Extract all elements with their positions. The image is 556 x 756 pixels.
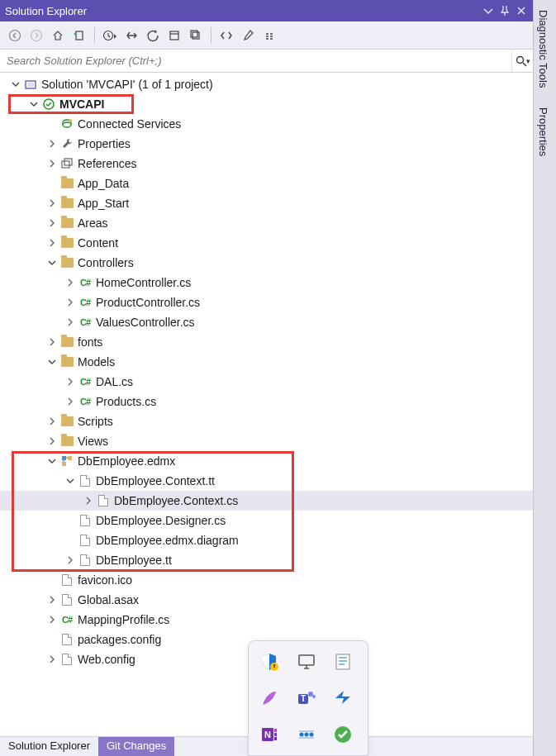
tree-item-label: DbEmployee.Context.cs: [114, 494, 238, 507]
taskbar-shield-icon[interactable]: [257, 649, 282, 674]
tree-item[interactable]: Areas: [0, 213, 533, 233]
collapse-button[interactable]: [164, 26, 184, 45]
tree-item[interactable]: App_Data: [0, 174, 533, 193]
close-icon[interactable]: [515, 4, 528, 17]
tree-item[interactable]: Properties: [0, 134, 533, 154]
tree-item[interactable]: DbEmployee.Context.cs: [0, 491, 533, 511]
tree-item[interactable]: Content: [0, 233, 533, 253]
svg-rect-17: [62, 462, 66, 466]
taskbar-onenote-icon[interactable]: N: [257, 722, 282, 747]
svg-rect-9: [27, 83, 34, 87]
tree-item[interactable]: fonts: [0, 332, 533, 352]
svg-point-32: [309, 733, 313, 737]
expander-icon[interactable]: [64, 297, 76, 308]
svg-point-24: [312, 695, 316, 698]
expander-icon[interactable]: [46, 594, 58, 606]
tree-item-label: Global.asax: [78, 593, 139, 606]
expander-icon[interactable]: [64, 396, 76, 407]
tree-item[interactable]: C#Products.cs: [0, 392, 533, 411]
search-input[interactable]: [0, 50, 511, 72]
expander-icon[interactable]: [46, 158, 58, 169]
taskbar-notepad-icon[interactable]: [330, 649, 355, 674]
expander-icon[interactable]: [46, 336, 58, 348]
preview-button[interactable]: [259, 26, 279, 45]
expander-icon[interactable]: [46, 257, 58, 269]
tree-item[interactable]: Global.asax: [0, 590, 533, 610]
toolbar: [0, 21, 533, 50]
properties-button[interactable]: [238, 26, 258, 45]
expander-icon[interactable]: [46, 237, 58, 249]
refresh-button[interactable]: [143, 26, 163, 45]
tree-item[interactable]: App_Start: [0, 193, 533, 213]
expander-icon[interactable]: [46, 217, 58, 229]
taskbar-dots-icon[interactable]: [294, 722, 319, 747]
search-icon[interactable]: ▾: [511, 50, 533, 72]
tree-item[interactable]: C#MappingProfile.cs: [0, 610, 533, 630]
expander-icon[interactable]: [46, 654, 58, 665]
tree-item-label: Views: [78, 435, 108, 448]
sync-button[interactable]: [69, 26, 89, 45]
expander-icon[interactable]: [46, 435, 58, 447]
tree-item[interactable]: Connected Services: [0, 114, 533, 134]
tree-item[interactable]: References: [0, 154, 533, 174]
tree-item[interactable]: DbEmployee.edmx: [0, 451, 533, 471]
solution-node[interactable]: Solution 'MVCAPI' (1 of 1 project): [0, 74, 533, 94]
tree-item[interactable]: C#DAL.cs: [0, 372, 533, 392]
code-button[interactable]: [216, 26, 236, 45]
tree-item[interactable]: C#ProductController.cs: [0, 292, 533, 312]
expander-icon[interactable]: [64, 316, 76, 328]
taskbar-monitor-icon[interactable]: [294, 649, 319, 674]
expander-icon[interactable]: [46, 197, 58, 209]
tree-item[interactable]: MVCAPI: [0, 94, 533, 114]
expander-icon[interactable]: [64, 376, 76, 388]
expander-icon[interactable]: [46, 614, 58, 625]
tree-item[interactable]: Views: [0, 431, 533, 451]
expander-icon[interactable]: [28, 98, 40, 110]
tree-item[interactable]: Scripts: [0, 411, 533, 431]
tab-solution-explorer[interactable]: Solution Explorer: [0, 737, 98, 756]
tree-item[interactable]: DbEmployee.Designer.cs: [0, 511, 533, 530]
tree-item[interactable]: DbEmployee.Context.tt: [0, 471, 533, 491]
tree-item[interactable]: DbEmployee.edmx.diagram: [0, 530, 533, 550]
forward-button[interactable]: [26, 26, 46, 45]
filter-button[interactable]: [121, 26, 141, 45]
tree-item[interactable]: Controllers: [0, 253, 533, 273]
solution-tree: Solution 'MVCAPI' (1 of 1 project) MVCAP…: [0, 73, 533, 736]
expander-icon[interactable]: [46, 138, 58, 150]
home-button[interactable]: [48, 26, 68, 45]
svg-point-30: [299, 733, 303, 737]
side-tab-diagnostic[interactable]: Diagnostic Tools: [534, 0, 553, 97]
expander-icon[interactable]: [46, 455, 58, 467]
taskbar-feather-icon[interactable]: [257, 686, 282, 711]
file-icon: [59, 573, 74, 587]
taskbar-check-icon[interactable]: [330, 722, 355, 747]
folder-icon: [59, 354, 74, 369]
tree-item-label: ValuesController.cs: [96, 316, 195, 329]
expander-icon[interactable]: [83, 495, 94, 506]
svg-rect-6: [191, 31, 197, 37]
dropdown-icon[interactable]: [482, 4, 495, 17]
back-button[interactable]: [5, 26, 25, 45]
tree-item[interactable]: DbEmployee.tt: [0, 550, 533, 570]
taskbar-popup: T N: [248, 640, 368, 756]
taskbar-power-icon[interactable]: [330, 686, 355, 711]
expander-icon[interactable]: [10, 78, 21, 90]
tree-item[interactable]: C#HomeController.cs: [0, 273, 533, 292]
tree-item[interactable]: favicon.ico: [0, 570, 533, 590]
tree-item[interactable]: C#ValuesController.cs: [0, 312, 533, 332]
tab-git-changes[interactable]: Git Changes: [98, 737, 174, 756]
expander-icon[interactable]: [64, 475, 76, 487]
tree-item-label: Content: [78, 236, 118, 250]
side-tab-properties[interactable]: Properties: [534, 97, 553, 166]
cs-icon: C#: [78, 374, 93, 389]
tree-item-label: DbEmployee.Designer.cs: [96, 514, 226, 527]
expander-icon[interactable]: [46, 356, 58, 368]
tree-item[interactable]: Models: [0, 352, 533, 372]
expander-icon[interactable]: [46, 416, 58, 427]
show-all-button[interactable]: [186, 26, 206, 45]
expander-icon[interactable]: [64, 554, 76, 566]
taskbar-teams-icon[interactable]: T: [294, 686, 319, 711]
pin-icon[interactable]: [498, 4, 511, 17]
history-button[interactable]: [100, 26, 120, 45]
expander-icon[interactable]: [64, 277, 76, 288]
